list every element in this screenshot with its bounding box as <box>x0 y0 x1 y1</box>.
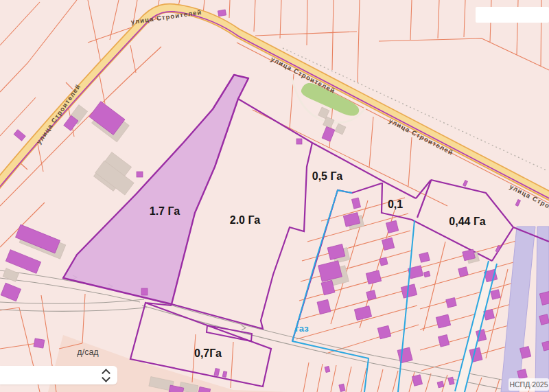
lavender-road-2 <box>535 227 549 392</box>
building <box>137 172 143 177</box>
parcel-area-label: 1.7 Га <box>150 205 180 217</box>
building <box>458 267 469 277</box>
attribution-text: НСПД 2025 <box>509 380 548 389</box>
building <box>446 297 457 308</box>
blank-panel <box>476 7 549 23</box>
building <box>296 139 302 144</box>
gas-label: газ <box>295 323 309 334</box>
building <box>382 238 395 250</box>
parcel-area-label: 0,5 Га <box>312 170 343 182</box>
building <box>218 10 226 16</box>
kindergarten-label: д/сад <box>77 347 99 357</box>
building <box>34 338 45 348</box>
building <box>423 271 430 277</box>
building <box>419 252 430 262</box>
panel-toggle-button[interactable] <box>102 369 110 382</box>
parcel-area-label: 2.0 Га <box>230 214 261 226</box>
parcel-area-label: 0,7Га <box>194 347 222 359</box>
building <box>386 220 399 233</box>
map-viewport[interactable]: улица Строителей улица Строителей улица … <box>0 0 549 392</box>
building <box>141 288 148 295</box>
building <box>437 381 444 388</box>
map-attribution: НСПД 2025 <box>509 378 549 391</box>
building <box>366 290 377 301</box>
parcel-area-label: 0,44 Га <box>449 216 485 227</box>
collapsed-panel <box>0 366 117 384</box>
building <box>379 257 388 266</box>
map-canvas[interactable]: улица Строителей улица Строителей улица … <box>0 0 549 392</box>
building <box>377 325 390 338</box>
parcel-area-label: 0,1 <box>388 198 403 210</box>
building <box>491 290 501 300</box>
